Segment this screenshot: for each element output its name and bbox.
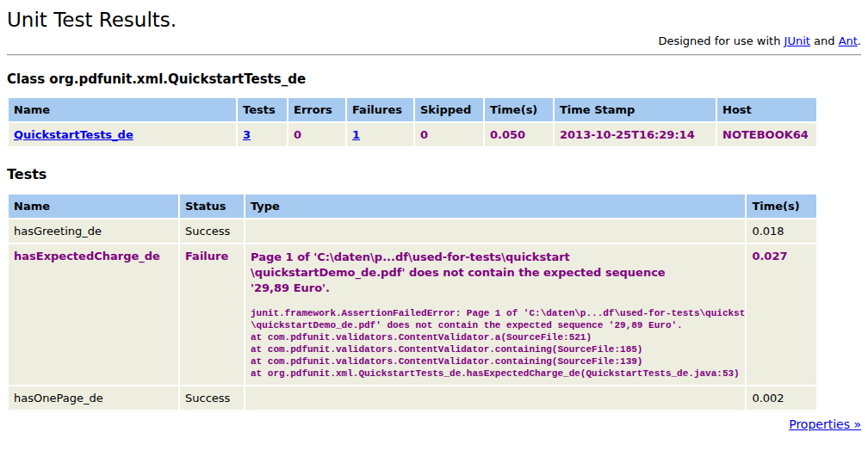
- column-header-timestamp: Time Stamp: [555, 98, 716, 121]
- column-header-test-time: Time(s): [747, 195, 816, 218]
- test-time: 0.002: [747, 386, 816, 410]
- column-header-time: Time(s): [485, 98, 553, 121]
- test-name: hasGreeting_de: [9, 219, 178, 243]
- tests-count-cell: 3: [238, 123, 287, 146]
- tests-header-row: Name Status Type Time(s): [9, 195, 816, 218]
- class-summary-table: Name Tests Errors Failures Skipped Time(…: [7, 96, 818, 148]
- test-row-hasExpectedCharge_de: hasExpectedCharge_de Failure Page 1 of '…: [9, 244, 816, 385]
- column-header-status: Status: [180, 195, 244, 218]
- test-time: 0.027: [747, 244, 816, 385]
- page-title: Unit Test Results.: [7, 9, 861, 31]
- class-name-cell: QuickstartTests_de: [9, 123, 236, 146]
- tagline-prefix: Designed for use with: [658, 34, 784, 47]
- failure-message: Page 1 of 'C:\daten\p...df\used-for-test…: [251, 250, 740, 296]
- test-row-hasGreeting_de: hasGreeting_de Success 0.018: [9, 219, 816, 243]
- divider: [7, 54, 861, 56]
- column-header-host: Host: [717, 98, 816, 121]
- junit-link[interactable]: JUnit: [784, 34, 810, 47]
- column-header-name: Name: [9, 98, 236, 121]
- tagline-and: and: [810, 34, 839, 47]
- tests-heading: Tests: [7, 166, 861, 182]
- test-time: 0.018: [747, 219, 816, 243]
- tests-table: Name Status Type Time(s) hasGreeting_de …: [7, 193, 818, 411]
- properties-link[interactable]: Properties »: [789, 417, 861, 431]
- column-header-test-name: Name: [9, 195, 178, 218]
- test-type: [245, 219, 745, 243]
- test-status: Success: [180, 219, 244, 243]
- test-status: Failure: [180, 244, 244, 385]
- ant-link[interactable]: Ant: [839, 34, 858, 47]
- host-cell: NOTEBOOK64: [717, 123, 816, 146]
- column-header-type: Type: [245, 195, 745, 218]
- test-type: [245, 386, 745, 410]
- test-name: hasOnePage_de: [9, 386, 178, 410]
- errors-count-cell: 0: [288, 123, 345, 146]
- column-header-errors: Errors: [288, 98, 345, 121]
- timestamp-cell: 2013-10-25T16:29:14: [555, 123, 716, 146]
- failure-stacktrace: junit.framework.AssertionFailedError: Pa…: [251, 307, 740, 380]
- tagline-period: .: [858, 34, 861, 47]
- properties-row: Properties »: [7, 417, 861, 431]
- failures-count-cell: 1: [347, 123, 413, 146]
- test-status: Success: [180, 386, 244, 410]
- class-heading: Class org.pdfunit.xml.QuickstartTests_de: [7, 71, 861, 87]
- class-summary-row: QuickstartTests_de 3 0 1 0 0.050 2013-10…: [9, 123, 816, 146]
- tagline: Designed for use with JUnit and Ant.: [7, 34, 861, 47]
- total-time-cell: 0.050: [485, 123, 553, 146]
- class-name-link[interactable]: QuickstartTests_de: [14, 128, 133, 141]
- class-summary-header-row: Name Tests Errors Failures Skipped Time(…: [9, 98, 816, 121]
- skipped-count-cell: 0: [415, 123, 483, 146]
- test-failure-detail: Page 1 of 'C:\daten\p...df\used-for-test…: [245, 244, 745, 385]
- tests-count-link[interactable]: 3: [243, 128, 251, 141]
- column-header-skipped: Skipped: [415, 98, 483, 121]
- column-header-failures: Failures: [347, 98, 413, 121]
- test-name: hasExpectedCharge_de: [9, 244, 178, 385]
- test-row-hasOnePage_de: hasOnePage_de Success 0.002: [9, 386, 816, 410]
- failures-count-link[interactable]: 1: [352, 128, 360, 141]
- column-header-tests: Tests: [238, 98, 287, 121]
